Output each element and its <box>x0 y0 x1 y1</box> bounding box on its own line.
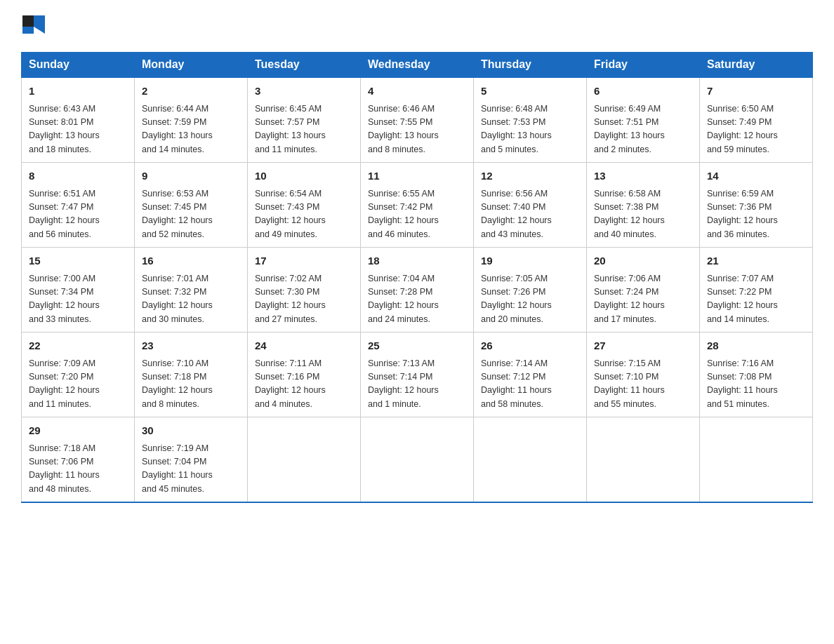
day-number: 6 <box>594 83 692 100</box>
day-cell: 12 Sunrise: 6:56 AMSunset: 7:40 PMDaylig… <box>474 163 587 248</box>
day-cell: 7 Sunrise: 6:50 AMSunset: 7:49 PMDayligh… <box>700 77 813 163</box>
day-number: 24 <box>255 338 353 354</box>
day-info: Sunrise: 7:15 AMSunset: 7:10 PMDaylight:… <box>594 357 692 412</box>
day-info: Sunrise: 6:59 AMSunset: 7:36 PMDaylight:… <box>707 187 805 242</box>
day-info: Sunrise: 7:02 AMSunset: 7:30 PMDaylight:… <box>255 272 353 327</box>
day-number: 13 <box>594 168 692 185</box>
day-number: 26 <box>481 338 579 354</box>
week-row-2: 8 Sunrise: 6:51 AMSunset: 7:47 PMDayligh… <box>22 163 813 248</box>
day-number: 10 <box>255 168 353 185</box>
day-number: 22 <box>29 338 127 354</box>
day-cell: 16 Sunrise: 7:01 AMSunset: 7:32 PMDaylig… <box>135 248 248 333</box>
day-info: Sunrise: 7:05 AMSunset: 7:26 PMDaylight:… <box>481 272 579 327</box>
day-info: Sunrise: 7:04 AMSunset: 7:28 PMDaylight:… <box>368 272 466 327</box>
col-header-monday: Monday <box>135 53 248 78</box>
day-number: 28 <box>707 338 805 354</box>
day-info: Sunrise: 7:01 AMSunset: 7:32 PMDaylight:… <box>142 272 240 327</box>
day-number: 16 <box>142 253 240 269</box>
day-cell <box>700 417 813 503</box>
col-header-thursday: Thursday <box>474 53 587 78</box>
day-number: 25 <box>368 338 466 354</box>
day-number: 8 <box>29 168 127 185</box>
day-number: 29 <box>29 423 127 439</box>
day-number: 15 <box>29 253 127 269</box>
day-cell: 30 Sunrise: 7:19 AMSunset: 7:04 PMDaylig… <box>135 417 248 503</box>
day-info: Sunrise: 7:18 AMSunset: 7:06 PMDaylight:… <box>29 442 127 497</box>
week-row-5: 29 Sunrise: 7:18 AMSunset: 7:06 PMDaylig… <box>22 417 813 503</box>
day-cell: 9 Sunrise: 6:53 AMSunset: 7:45 PMDayligh… <box>135 163 248 248</box>
day-cell: 5 Sunrise: 6:48 AMSunset: 7:53 PMDayligh… <box>474 77 587 163</box>
day-info: Sunrise: 6:53 AMSunset: 7:45 PMDaylight:… <box>142 187 240 242</box>
day-number: 23 <box>142 338 240 354</box>
day-number: 1 <box>29 83 127 100</box>
day-info: Sunrise: 6:58 AMSunset: 7:38 PMDaylight:… <box>594 187 692 242</box>
day-number: 19 <box>481 253 579 269</box>
day-cell: 3 Sunrise: 6:45 AMSunset: 7:57 PMDayligh… <box>248 77 361 163</box>
day-cell: 28 Sunrise: 7:16 AMSunset: 7:08 PMDaylig… <box>700 333 813 417</box>
logo-icon <box>21 14 46 39</box>
day-number: 20 <box>594 253 692 269</box>
day-cell: 25 Sunrise: 7:13 AMSunset: 7:14 PMDaylig… <box>361 333 474 417</box>
day-cell: 2 Sunrise: 6:44 AMSunset: 7:59 PMDayligh… <box>135 77 248 163</box>
day-cell: 15 Sunrise: 7:00 AMSunset: 7:34 PMDaylig… <box>22 248 135 333</box>
day-info: Sunrise: 6:43 AMSunset: 8:01 PMDaylight:… <box>29 102 127 157</box>
day-info: Sunrise: 7:06 AMSunset: 7:24 PMDaylight:… <box>594 272 692 327</box>
svg-rect-0 <box>22 15 34 27</box>
day-info: Sunrise: 6:51 AMSunset: 7:47 PMDaylight:… <box>29 187 127 242</box>
day-info: Sunrise: 7:09 AMSunset: 7:20 PMDaylight:… <box>29 357 127 412</box>
logo <box>21 14 52 39</box>
day-info: Sunrise: 7:07 AMSunset: 7:22 PMDaylight:… <box>707 272 805 327</box>
day-info: Sunrise: 7:11 AMSunset: 7:16 PMDaylight:… <box>255 357 353 412</box>
day-number: 5 <box>481 83 579 100</box>
day-cell: 21 Sunrise: 7:07 AMSunset: 7:22 PMDaylig… <box>700 248 813 333</box>
svg-rect-2 <box>22 27 34 34</box>
day-number: 11 <box>368 168 466 185</box>
day-cell: 24 Sunrise: 7:11 AMSunset: 7:16 PMDaylig… <box>248 333 361 417</box>
day-cell <box>361 417 474 503</box>
day-cell <box>474 417 587 503</box>
day-cell <box>587 417 700 503</box>
col-header-wednesday: Wednesday <box>361 53 474 78</box>
day-cell: 14 Sunrise: 6:59 AMSunset: 7:36 PMDaylig… <box>700 163 813 248</box>
week-row-3: 15 Sunrise: 7:00 AMSunset: 7:34 PMDaylig… <box>22 248 813 333</box>
day-cell: 18 Sunrise: 7:04 AMSunset: 7:28 PMDaylig… <box>361 248 474 333</box>
day-info: Sunrise: 6:45 AMSunset: 7:57 PMDaylight:… <box>255 102 353 157</box>
day-info: Sunrise: 7:19 AMSunset: 7:04 PMDaylight:… <box>142 442 240 497</box>
day-cell: 19 Sunrise: 7:05 AMSunset: 7:26 PMDaylig… <box>474 248 587 333</box>
header-row: SundayMondayTuesdayWednesdayThursdayFrid… <box>22 53 813 78</box>
day-cell: 13 Sunrise: 6:58 AMSunset: 7:38 PMDaylig… <box>587 163 700 248</box>
day-number: 17 <box>255 253 353 269</box>
day-info: Sunrise: 7:16 AMSunset: 7:08 PMDaylight:… <box>707 357 805 412</box>
day-cell: 6 Sunrise: 6:49 AMSunset: 7:51 PMDayligh… <box>587 77 700 163</box>
page-header <box>21 14 813 39</box>
day-cell: 27 Sunrise: 7:15 AMSunset: 7:10 PMDaylig… <box>587 333 700 417</box>
day-number: 4 <box>368 83 466 100</box>
col-header-sunday: Sunday <box>22 53 135 78</box>
day-info: Sunrise: 6:50 AMSunset: 7:49 PMDaylight:… <box>707 102 805 157</box>
svg-rect-1 <box>34 15 45 27</box>
day-info: Sunrise: 6:56 AMSunset: 7:40 PMDaylight:… <box>481 187 579 242</box>
day-cell: 17 Sunrise: 7:02 AMSunset: 7:30 PMDaylig… <box>248 248 361 333</box>
day-cell: 11 Sunrise: 6:55 AMSunset: 7:42 PMDaylig… <box>361 163 474 248</box>
day-cell: 23 Sunrise: 7:10 AMSunset: 7:18 PMDaylig… <box>135 333 248 417</box>
day-number: 2 <box>142 83 240 100</box>
calendar-table: SundayMondayTuesdayWednesdayThursdayFrid… <box>21 52 813 503</box>
day-info: Sunrise: 6:55 AMSunset: 7:42 PMDaylight:… <box>368 187 466 242</box>
day-cell: 8 Sunrise: 6:51 AMSunset: 7:47 PMDayligh… <box>22 163 135 248</box>
day-info: Sunrise: 6:49 AMSunset: 7:51 PMDaylight:… <box>594 102 692 157</box>
day-info: Sunrise: 6:48 AMSunset: 7:53 PMDaylight:… <box>481 102 579 157</box>
week-row-4: 22 Sunrise: 7:09 AMSunset: 7:20 PMDaylig… <box>22 333 813 417</box>
day-number: 30 <box>142 423 240 439</box>
day-info: Sunrise: 7:14 AMSunset: 7:12 PMDaylight:… <box>481 357 579 412</box>
week-row-1: 1 Sunrise: 6:43 AMSunset: 8:01 PMDayligh… <box>22 77 813 163</box>
day-cell: 26 Sunrise: 7:14 AMSunset: 7:12 PMDaylig… <box>474 333 587 417</box>
day-info: Sunrise: 6:44 AMSunset: 7:59 PMDaylight:… <box>142 102 240 157</box>
day-cell: 29 Sunrise: 7:18 AMSunset: 7:06 PMDaylig… <box>22 417 135 503</box>
day-info: Sunrise: 7:00 AMSunset: 7:34 PMDaylight:… <box>29 272 127 327</box>
day-number: 7 <box>707 83 805 100</box>
day-info: Sunrise: 6:46 AMSunset: 7:55 PMDaylight:… <box>368 102 466 157</box>
col-header-tuesday: Tuesday <box>248 53 361 78</box>
day-number: 18 <box>368 253 466 269</box>
col-header-saturday: Saturday <box>700 53 813 78</box>
day-cell: 4 Sunrise: 6:46 AMSunset: 7:55 PMDayligh… <box>361 77 474 163</box>
